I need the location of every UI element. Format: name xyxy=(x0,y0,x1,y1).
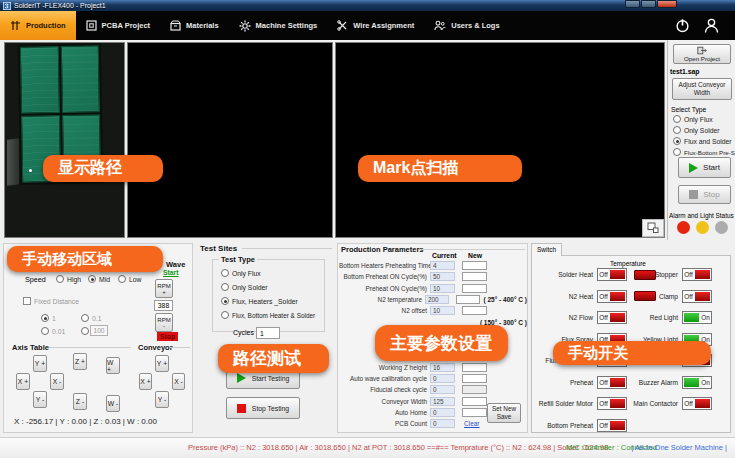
minimize-button[interactable] xyxy=(625,0,640,8)
switch-right-column: StopperOff ClampOff Red LightOn Yellow L… xyxy=(608,264,712,415)
param-row: Auto wave calibration cycle0 xyxy=(339,373,527,384)
user-icon[interactable] xyxy=(704,18,719,33)
conveyor-y-minus-button[interactable]: Y - xyxy=(155,391,169,408)
new-value-input[interactable] xyxy=(456,295,480,304)
radio-icon-selected xyxy=(41,314,49,322)
radio-icon xyxy=(56,275,64,283)
new-value-input[interactable] xyxy=(462,363,487,372)
new-value-input[interactable] xyxy=(462,397,487,406)
app-icon xyxy=(3,2,11,10)
axis-w-plus-button[interactable]: W + xyxy=(106,357,120,374)
radio-distance-custom[interactable] xyxy=(81,327,89,335)
axis-z-plus-button[interactable]: Z + xyxy=(73,353,87,370)
pcba-icon xyxy=(86,20,97,31)
radio-speed-high[interactable]: High xyxy=(56,275,81,283)
open-project-button[interactable]: Open Project xyxy=(673,44,731,64)
tab-materials[interactable]: Materials xyxy=(160,11,229,40)
radio-test-only-solder[interactable]: Only Solder xyxy=(221,283,268,291)
param-row: Preheat ON Cycle(%)10 xyxy=(339,283,527,294)
tab-switch[interactable]: Switch xyxy=(531,243,562,256)
axis-coordinates: X : -256.17 | Y : 0.00 | Z : 0.03 | W : … xyxy=(14,417,157,426)
power-icon[interactable] xyxy=(675,18,690,33)
conveyor-x-plus-button[interactable]: X + xyxy=(139,373,152,390)
window-title: SolderIT -FLEX400 - Project1 xyxy=(14,2,106,9)
new-value-input[interactable] xyxy=(462,284,487,293)
close-button[interactable] xyxy=(657,0,677,8)
rpm-value[interactable]: 388 xyxy=(154,300,173,311)
radio-distance-1[interactable]: 1 xyxy=(41,314,56,322)
radio-speed-low[interactable]: Low xyxy=(118,275,141,283)
radio-icon xyxy=(673,115,681,123)
cycles-input[interactable]: 1 xyxy=(256,327,280,339)
radio-speed-mid[interactable]: Mid xyxy=(88,275,110,283)
toggle-stopper[interactable]: Off xyxy=(682,268,712,281)
start-button[interactable]: Start xyxy=(678,157,731,178)
rpm-down-button[interactable]: RPM- xyxy=(155,313,173,332)
axis-y-plus-button[interactable]: Y + xyxy=(33,355,47,372)
alarm-lamp-gray xyxy=(715,221,728,234)
conveyor-y-plus-button[interactable]: Y + xyxy=(155,355,169,372)
new-value-input[interactable] xyxy=(462,385,487,394)
wave-start-link[interactable]: Start xyxy=(163,269,179,276)
main-nav: Production PCBA Project Materials Machin… xyxy=(0,11,735,40)
toggle-bottom-preheat[interactable]: Off xyxy=(597,419,627,432)
tab-production[interactable]: Production xyxy=(0,11,76,40)
new-value-input[interactable] xyxy=(462,306,487,315)
new-value-input[interactable] xyxy=(462,261,487,270)
new-value-input[interactable] xyxy=(462,374,487,383)
stop-icon xyxy=(689,190,698,199)
axis-x-plus-button[interactable]: X + xyxy=(16,373,30,390)
radio-distance-0-1[interactable]: 0.1 xyxy=(81,314,101,322)
radio-flux-bottom-presolder[interactable]: Flux-Bottom Pre-Solder xyxy=(673,148,735,156)
tab-pcba-project[interactable]: PCBA Project xyxy=(76,11,160,40)
axis-x-minus-button[interactable]: X - xyxy=(50,373,64,390)
axis-y-minus-button[interactable]: Y - xyxy=(33,391,47,408)
rpm-up-button[interactable]: RPM+ xyxy=(155,279,173,298)
stop-button[interactable]: Stop xyxy=(678,185,731,204)
radio-test-only-flux[interactable]: Only Flux xyxy=(221,269,261,277)
radio-only-flux[interactable]: Only Flux xyxy=(673,115,713,123)
radio-only-solder[interactable]: Only Solder xyxy=(673,126,720,134)
current-value: 200 xyxy=(425,295,449,304)
maximize-button[interactable] xyxy=(641,0,656,8)
radio-icon xyxy=(673,126,681,134)
set-new-save-button[interactable]: Set NewSave xyxy=(487,403,521,423)
radio-icon xyxy=(221,311,229,319)
fixed-distance-checkbox[interactable]: Fixed Distance xyxy=(23,297,79,305)
tab-users-logs[interactable]: Users & Logs xyxy=(424,11,509,40)
radio-test-flux-heaters-solder[interactable]: Flux, Heaters _Solder xyxy=(221,297,298,305)
current-value: 0 xyxy=(430,374,455,383)
toggle-buzzer-alarm[interactable]: On xyxy=(682,376,712,389)
axis-z-minus-button[interactable]: Z - xyxy=(73,393,87,410)
radio-test-flux-bottom-heater[interactable]: Flux, Bottom Heater & Solder xyxy=(221,311,315,319)
radio-icon xyxy=(81,327,89,335)
stop-testing-button[interactable]: Stop Testing xyxy=(226,397,300,419)
current-value: 0 xyxy=(430,385,455,394)
distance-input[interactable]: 100 xyxy=(90,325,108,336)
clear-link[interactable]: Clear xyxy=(464,420,480,427)
radio-flux-and-solder[interactable]: Flux and Solder xyxy=(673,137,732,145)
tab-wire-assignment[interactable]: Wire Assignment xyxy=(327,11,424,40)
radio-distance-0-01[interactable]: 0.01 xyxy=(41,327,65,335)
toggle-red-light[interactable]: On xyxy=(682,311,712,324)
wave-stop-label[interactable]: Stop xyxy=(157,332,178,341)
axis-w-minus-button[interactable]: W - xyxy=(106,395,120,412)
open-project-icon xyxy=(697,46,707,55)
toggle-main-contactor[interactable]: Off xyxy=(682,397,712,410)
adjust-conveyor-width-button[interactable]: Adjust Conveyor Width xyxy=(672,78,732,100)
current-value: 0 xyxy=(430,408,455,417)
toggle-clamp[interactable]: Off xyxy=(682,290,712,303)
play-icon xyxy=(689,163,698,173)
switch-row: ClampOff xyxy=(608,286,712,308)
project-sidebar: Open Project test1.sap Adjust Conveyor W… xyxy=(667,40,735,240)
conveyor-x-minus-button[interactable]: X - xyxy=(172,373,185,390)
new-value-input[interactable] xyxy=(462,272,487,281)
tab-machine-settings[interactable]: Machine Settings xyxy=(229,11,328,40)
param-row: Bottom Preheat ON Cycle(%)50 xyxy=(339,271,527,282)
stop-icon xyxy=(237,404,246,413)
new-value-input[interactable] xyxy=(462,408,487,417)
expand-view-button[interactable] xyxy=(642,219,664,237)
expand-icon xyxy=(647,222,660,234)
tools-icon xyxy=(337,20,348,31)
switch-row: Buzzer AlarmOn xyxy=(608,372,712,394)
